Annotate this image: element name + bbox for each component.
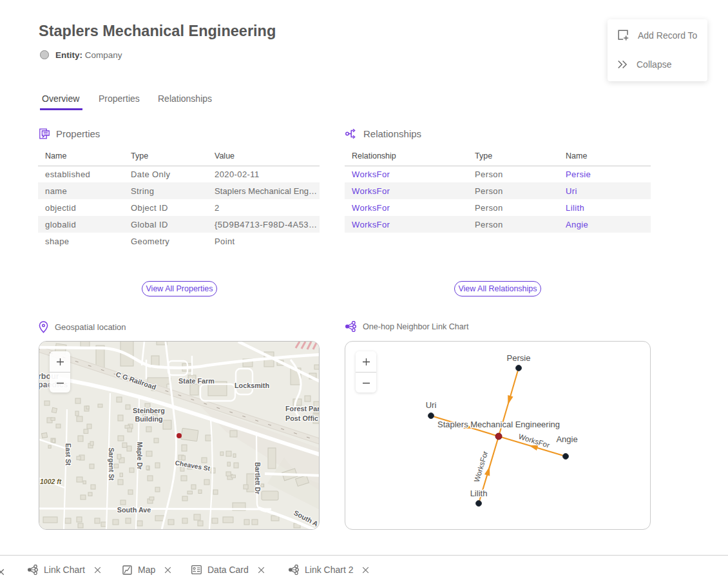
svg-text:Bartlett Dr: Bartlett Dr xyxy=(254,462,261,494)
svg-text:Persie: Persie xyxy=(507,353,531,363)
svg-text:Steinberg: Steinberg xyxy=(133,407,165,414)
svg-text:Angie: Angie xyxy=(556,434,577,444)
svg-text:Post Offic: Post Offic xyxy=(285,414,318,422)
svg-text:Forest Par: Forest Par xyxy=(285,405,319,412)
svg-text:South Ave: South Ave xyxy=(117,506,151,514)
svg-text:Uri: Uri xyxy=(426,400,437,410)
svg-text:1002 ft: 1002 ft xyxy=(40,478,62,485)
svg-text:Lilith: Lilith xyxy=(470,489,488,498)
svg-text:East St: East St xyxy=(64,443,72,466)
svg-text:Locksmith: Locksmith xyxy=(235,382,269,389)
svg-text:State Farm: State Farm xyxy=(178,377,215,385)
svg-text:Building: Building xyxy=(135,415,162,423)
svg-text:Maple Dr: Maple Dr xyxy=(136,441,143,469)
svg-text:Staplers Mechanical Engineerin: Staplers Mechanical Engineering xyxy=(437,420,560,429)
svg-text:Sargent St: Sargent St xyxy=(108,448,115,481)
